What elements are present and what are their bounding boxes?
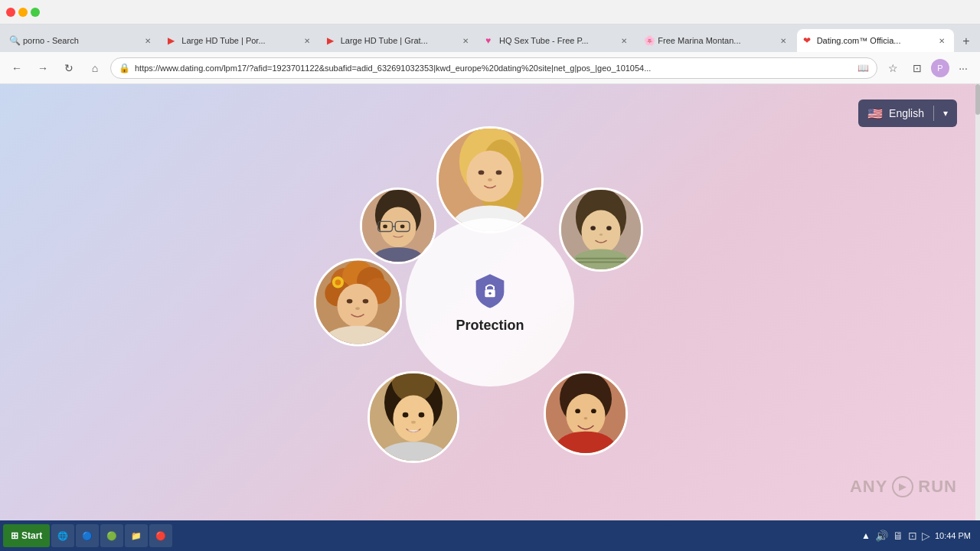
svg-point-52 xyxy=(591,409,596,413)
tab-large-hd-tube-2[interactable]: ▶ Large HD Tube | Grat... ✕ xyxy=(321,29,478,52)
taskbar-item-explorer[interactable]: 📁 xyxy=(125,524,148,547)
browser-frame: 🔍 porno - Search ✕ ▶ Large HD Tube | Por… xyxy=(0,0,980,551)
tab-free-marina[interactable]: 🌸 Free Marina Montan... ✕ xyxy=(638,29,795,52)
tab-favicon-6: ❤ xyxy=(803,35,814,46)
svg-point-21 xyxy=(606,226,612,230)
avatar-face-bottom-left xyxy=(370,373,457,461)
refresh-button[interactable]: ↻ xyxy=(58,57,80,79)
tab-label-2: Large HD Tube | Por... xyxy=(181,36,297,45)
taskbar-chrome-icon: 🟢 xyxy=(106,531,117,541)
tab-label-5: Free Marina Montan... xyxy=(658,36,773,45)
tab-large-hd-tube-1[interactable]: ▶ Large HD Tube | Por... ✕ xyxy=(162,29,318,52)
tab-close-4[interactable]: ✕ xyxy=(618,34,630,47)
flag-icon: 🇺🇸 xyxy=(867,106,883,121)
reader-mode-icon: 📖 xyxy=(858,63,869,73)
svg-point-42 xyxy=(393,396,433,442)
tab-label-4: HQ Sex Tube - Free P... xyxy=(499,36,615,45)
avatar-bottom-left xyxy=(368,371,459,463)
avatar-face-left xyxy=(316,261,400,344)
svg-point-51 xyxy=(575,409,580,413)
tab-close-1[interactable]: ✕ xyxy=(142,34,154,47)
svg-point-53 xyxy=(584,417,588,419)
svg-point-5 xyxy=(496,171,502,175)
speaker-icon[interactable]: 🔊 xyxy=(875,530,888,542)
start-button[interactable]: ⊞ Start xyxy=(3,524,50,547)
svg-point-35 xyxy=(347,299,353,304)
svg-point-20 xyxy=(590,226,596,230)
avatar-face-top-right xyxy=(561,190,641,269)
avatar-top xyxy=(436,126,544,233)
tab-label-3: Large HD Tube | Grat... xyxy=(341,36,456,45)
svg-point-36 xyxy=(363,299,369,304)
svg-point-33 xyxy=(335,279,341,285)
tab-favicon-1: 🔍 xyxy=(9,35,20,46)
favorites-button[interactable]: ☆ xyxy=(882,57,903,79)
svg-point-45 xyxy=(411,421,416,424)
system-clock: 10:44 PM xyxy=(935,531,971,540)
clock-time: 10:44 PM xyxy=(935,531,971,540)
minimize-window-btn[interactable] xyxy=(18,8,28,17)
svg-point-19 xyxy=(581,210,620,253)
profile-cluster: Protection xyxy=(299,111,681,494)
svg-point-3 xyxy=(466,151,513,202)
maximize-window-btn[interactable] xyxy=(31,8,40,17)
avatar-face-bottom-right xyxy=(546,373,626,453)
title-bar xyxy=(0,0,980,24)
address-bar[interactable]: 🔒 📖 xyxy=(110,57,877,79)
watermark-play-icon: ▶ xyxy=(892,476,913,497)
menu-button[interactable]: ··· xyxy=(952,57,974,79)
svg-point-37 xyxy=(355,307,360,310)
avatar-bottom-right xyxy=(544,371,628,455)
tab-favicon-4: ♥ xyxy=(485,35,496,46)
forward-button[interactable]: → xyxy=(32,57,54,79)
taskbar-item-media[interactable]: 🔴 xyxy=(149,524,172,547)
taskbar-media-icon: 🔴 xyxy=(155,531,166,541)
taskbar-edge-icon: 🔵 xyxy=(82,531,93,541)
language-label: English xyxy=(889,107,924,119)
anyrun-watermark: ANY ▶ RUN xyxy=(850,476,957,497)
toolbar: ← → ↻ ⌂ 🔒 📖 ☆ ⊡ P ··· xyxy=(0,52,980,84)
taskbar-item-chrome[interactable]: 🟢 xyxy=(100,524,123,547)
tab-close-3[interactable]: ✕ xyxy=(459,34,472,47)
avatar-left xyxy=(314,259,402,347)
svg-point-44 xyxy=(419,412,425,418)
taskbar-item-edge[interactable]: 🔵 xyxy=(76,524,99,547)
tab-favicon-2: ▶ xyxy=(168,35,178,46)
taskbar-explorer-icon: 📁 xyxy=(131,531,142,541)
close-window-btn[interactable] xyxy=(6,8,15,17)
svg-point-4 xyxy=(479,171,485,175)
avatar-face-top xyxy=(439,129,541,231)
tab-porno-search[interactable]: 🔍 porno - Search ✕ xyxy=(3,29,160,52)
url-input[interactable] xyxy=(135,64,853,73)
tab-dating-com[interactable]: ❤ Dating.com™ Officia... ✕ xyxy=(797,29,954,52)
profile-avatar[interactable]: P xyxy=(931,59,949,77)
scrollbar-thumb[interactable] xyxy=(975,84,980,115)
tray-up-arrow[interactable]: ▲ xyxy=(861,530,871,541)
back-button[interactable]: ← xyxy=(6,57,28,79)
watermark-text-any: ANY xyxy=(850,477,887,497)
svg-point-49 xyxy=(566,393,605,437)
tab-label-1: porno - Search xyxy=(23,36,139,45)
taskbar-items: 🌐 🔵 🟢 📁 🔴 xyxy=(51,524,860,547)
language-selector[interactable]: 🇺🇸 English ▾ xyxy=(858,99,957,127)
center-protection-circle: Protection xyxy=(406,218,574,386)
home-button[interactable]: ⌂ xyxy=(84,57,106,79)
display-icon[interactable]: 🖥 xyxy=(893,530,903,542)
taskbar-item-ie[interactable]: 🌐 xyxy=(51,524,74,547)
tab-close-6[interactable]: ✕ xyxy=(936,34,948,47)
play-icon[interactable]: ▷ xyxy=(922,530,930,542)
network-icon[interactable]: ⊡ xyxy=(908,530,917,542)
avatar-top-right xyxy=(559,187,643,272)
taskbar-ie-icon: 🌐 xyxy=(57,531,68,541)
tab-close-5[interactable]: ✕ xyxy=(777,34,789,47)
protection-label: Protection xyxy=(456,318,524,334)
svg-point-15 xyxy=(400,225,405,229)
start-icon: ⊞ xyxy=(11,530,18,541)
new-tab-button[interactable]: + xyxy=(956,31,977,52)
tab-close-2[interactable]: ✕ xyxy=(301,34,313,47)
tab-hq-sex-tube[interactable]: ♥ HQ Sex Tube - Free P... ✕ xyxy=(479,29,636,52)
collections-button[interactable]: ⊡ xyxy=(906,57,928,79)
scrollbar[interactable] xyxy=(975,84,980,520)
tab-bar: 🔍 porno - Search ✕ ▶ Large HD Tube | Por… xyxy=(0,24,980,52)
taskbar: ⊞ Start 🌐 🔵 🟢 📁 🔴 ▲ 🔊 🖥 ⊡ xyxy=(0,520,980,551)
